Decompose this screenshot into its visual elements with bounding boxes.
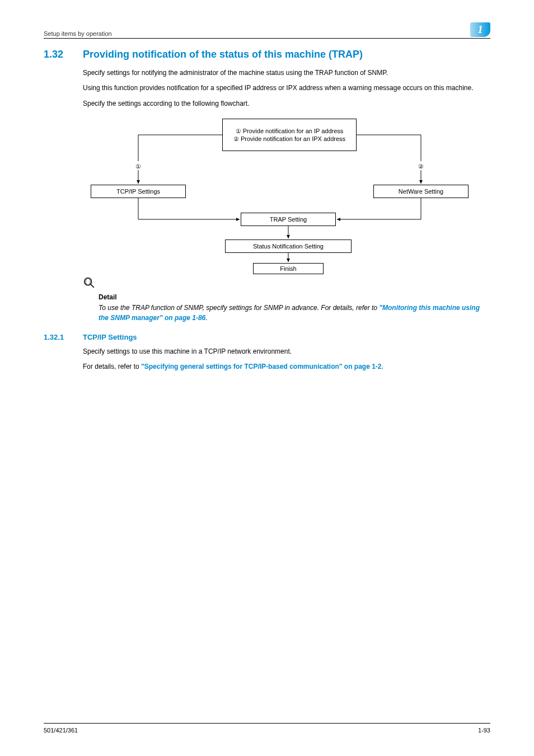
- flowchart-text: ② Provide notification for an IPX addres…: [233, 135, 345, 143]
- page-header: Setup items by operation 1: [44, 22, 490, 39]
- text-before-link: For details, refer to: [83, 363, 141, 370]
- svg-line-14: [91, 284, 94, 288]
- svg-point-13: [86, 278, 90, 285]
- paragraph: Specify the settings according to the fo…: [83, 99, 490, 109]
- flowchart-text: ① Provide notification for an IP address: [236, 127, 344, 135]
- flowchart: ① Provide notification for an IP address…: [60, 119, 474, 273]
- subsection-title: TCP/IP Settings: [83, 333, 137, 341]
- section-heading: 1.32 Providing notification of the statu…: [44, 49, 490, 60]
- cross-reference-link[interactable]: "Specifying general settings for TCP/IP-…: [141, 363, 381, 370]
- detail-callout: Detail To use the TRAP function of SNMP,…: [83, 276, 490, 323]
- flowchart-step-netware: NetWare Setting: [373, 185, 469, 198]
- paragraph: For details, refer to "Specifying genera…: [83, 362, 490, 372]
- detail-text-after: .: [205, 314, 207, 322]
- chapter-number-tab: 1: [470, 22, 490, 37]
- paragraph: Specify settings to use this machine in …: [83, 347, 490, 356]
- flowchart-step-finish: Finish: [253, 263, 324, 274]
- flowchart-step-tcpip: TCP/IP Settings: [91, 185, 186, 198]
- breadcrumb: Setup items by operation: [44, 30, 112, 37]
- paragraph: Using this function provides notificatio…: [83, 83, 490, 93]
- subsection-heading: 1.32.1 TCP/IP Settings: [44, 333, 490, 341]
- page-footer: 501/421/361 1-93: [44, 723, 490, 734]
- detail-label: Detail: [99, 293, 490, 301]
- paragraph: Specify settings for notifying the admin…: [83, 68, 490, 78]
- section-number: 1.32: [44, 49, 83, 60]
- section-title: Providing notification of the status of …: [83, 49, 363, 60]
- flowchart-branch-label: ②: [418, 163, 424, 170]
- footer-model: 501/421/361: [44, 727, 78, 734]
- flowchart-step-trap: TRAP Setting: [241, 213, 336, 226]
- footer-page-number: 1-93: [478, 727, 490, 734]
- detail-text: To use the TRAP function of SNMP, specif…: [99, 303, 490, 323]
- magnifier-icon: [83, 276, 490, 292]
- flowchart-branch-label: ①: [135, 163, 141, 170]
- detail-text-before: To use the TRAP function of SNMP, specif…: [99, 304, 379, 312]
- chapter-tab-wrap: 1: [470, 22, 490, 37]
- flowchart-decision-box: ① Provide notification for an IP address…: [222, 119, 357, 151]
- flowchart-step-status: Status Notification Setting: [225, 240, 352, 253]
- subsection-number: 1.32.1: [44, 333, 83, 341]
- text-after-link: .: [382, 363, 383, 370]
